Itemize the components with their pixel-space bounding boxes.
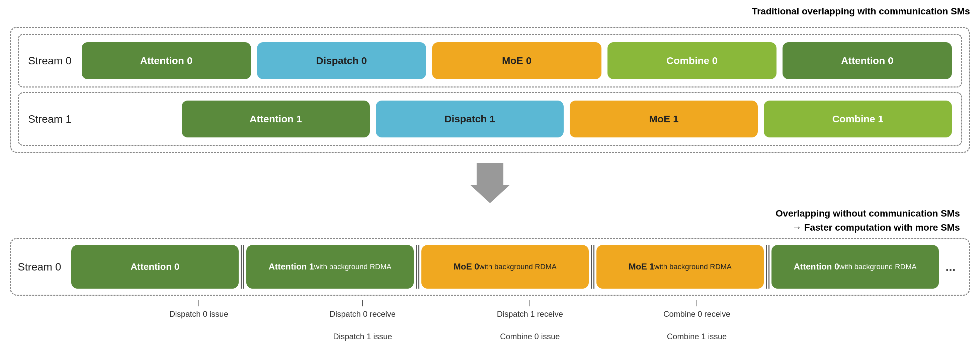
bottom-blocks-row: Attention 0 Attention 1with background R… bbox=[71, 245, 962, 289]
top-outer-box: Stream 0 Attention 0 Dispatch 0 MoE 0 Co… bbox=[10, 27, 970, 153]
label-dispatch1-receive: Dispatch 1 receive Combine 0 issue bbox=[497, 300, 563, 342]
label-tick-2 bbox=[362, 300, 363, 306]
separator-2 bbox=[414, 245, 422, 289]
label-combine0-receive: Combine 0 receive Combine 1 issue bbox=[663, 300, 730, 342]
bottom-outer-box: Stream 0 Attention 0 Attention 1with bac… bbox=[10, 238, 970, 296]
stream-0-container: Stream 0 Attention 0 Dispatch 0 MoE 0 Co… bbox=[18, 34, 962, 88]
combine-0-block: Combine 0 bbox=[608, 42, 777, 79]
top-section: Stream 0 Attention 0 Dispatch 0 MoE 0 Co… bbox=[10, 27, 970, 153]
moe-1-block: MoE 1 bbox=[570, 101, 758, 137]
dispatch-0-block: Dispatch 0 bbox=[257, 42, 426, 79]
separator-4 bbox=[764, 245, 772, 289]
stream-1-label: Stream 1 bbox=[28, 113, 82, 125]
ellipsis: ... bbox=[939, 260, 962, 274]
attention-0-block: Attention 0 bbox=[82, 42, 251, 79]
b-moe-1-block: MoE 1with background RDMA bbox=[597, 245, 764, 289]
attention-1-block: Attention 1 bbox=[182, 101, 370, 137]
bottom-labels-row: Dispatch 0 issue Dispatch 0 receive Disp… bbox=[10, 300, 970, 342]
top-right-title: Traditional overlapping with communicati… bbox=[752, 6, 970, 17]
stream-1-blocks: Attention 1 Dispatch 1 MoE 1 Combine 1 bbox=[82, 101, 952, 137]
sep-line-2a bbox=[416, 245, 417, 289]
bottom-stream-row: Stream 0 Attention 0 Attention 1with bac… bbox=[18, 245, 962, 289]
b-attention-0-block: Attention 0 bbox=[71, 245, 239, 289]
dispatch-1-block: Dispatch 1 bbox=[376, 101, 564, 137]
separator-3 bbox=[589, 245, 597, 289]
bottom-section: Stream 0 Attention 0 Attention 1with bac… bbox=[10, 238, 970, 342]
b-attention-0b-block: Attention 0with background RDMA bbox=[772, 245, 939, 289]
label-tick-4 bbox=[697, 300, 697, 306]
sep-line-1a bbox=[241, 245, 242, 289]
stream-0-label: Stream 0 bbox=[28, 54, 82, 67]
sep-line-1b bbox=[243, 245, 244, 289]
sep-line-2b bbox=[418, 245, 419, 289]
svg-marker-0 bbox=[470, 163, 510, 203]
label-tick-3 bbox=[530, 300, 530, 306]
label-dispatch0-receive: Dispatch 0 receive Dispatch 1 issue bbox=[330, 300, 396, 342]
sep-line-3b bbox=[593, 245, 594, 289]
sep-line-3a bbox=[591, 245, 592, 289]
stream-1-container: Stream 1 Attention 1 Dispatch 1 MoE 1 Co… bbox=[18, 92, 962, 146]
b-attention-1-block: Attention 1with background RDMA bbox=[247, 245, 414, 289]
stream-0-blocks: Attention 0 Dispatch 0 MoE 0 Combine 0 A… bbox=[82, 42, 952, 79]
moe-0-block: MoE 0 bbox=[432, 42, 601, 79]
sep-line-4a bbox=[766, 245, 767, 289]
down-arrow-icon bbox=[470, 163, 510, 203]
sep-line-4b bbox=[768, 245, 770, 289]
label-dispatch0-issue: Dispatch 0 issue bbox=[169, 300, 228, 342]
b-moe-0-block: MoE 0with background RDMA bbox=[422, 245, 589, 289]
combine-1-block: Combine 1 bbox=[764, 101, 952, 137]
separator-1 bbox=[239, 245, 247, 289]
label-tick-1 bbox=[199, 300, 199, 306]
attention-0b-block: Attention 0 bbox=[783, 42, 952, 79]
bottom-stream-label: Stream 0 bbox=[18, 261, 71, 273]
middle-right-title: Overlapping without communication SMs → … bbox=[0, 206, 960, 235]
arrow-section bbox=[10, 153, 970, 206]
